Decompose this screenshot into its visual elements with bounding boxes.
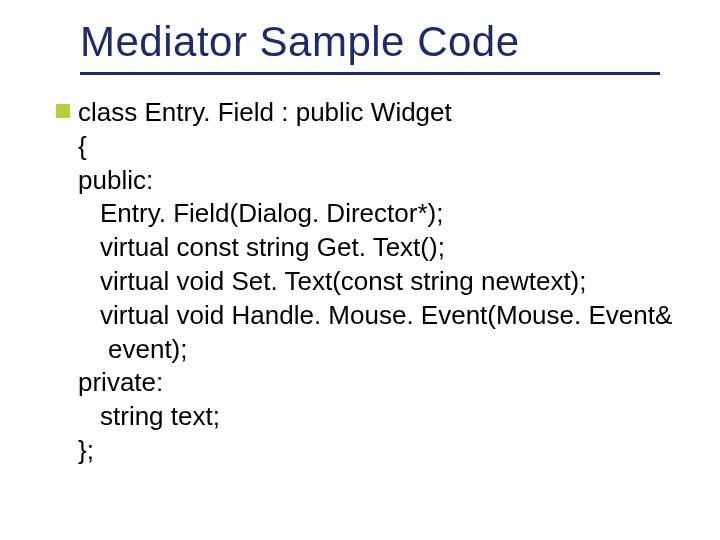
code-line: virtual void Handle. Mouse. Event(Mouse.… [78, 299, 670, 333]
bullet-square-icon [56, 104, 70, 118]
code-line: event); [78, 333, 670, 367]
code-line: private: [78, 366, 670, 400]
code-line: class Entry. Field : public Widget [78, 96, 670, 130]
code-line: { [78, 130, 670, 164]
slide-title: Mediator Sample Code [80, 18, 680, 66]
code-line: public: [78, 164, 670, 198]
slide: Mediator Sample Code class Entry. Field … [0, 0, 720, 540]
code-line: }; [78, 434, 670, 468]
title-block: Mediator Sample Code [80, 18, 680, 75]
code-line: virtual void Set. Text(const string newt… [78, 265, 670, 299]
code-body: class Entry. Field : public Widget { pub… [78, 96, 670, 468]
code-line: virtual const string Get. Text(); [78, 231, 670, 265]
code-line: Entry. Field(Dialog. Director*); [78, 197, 670, 231]
title-underline [80, 72, 660, 75]
code-line: string text; [78, 400, 670, 434]
